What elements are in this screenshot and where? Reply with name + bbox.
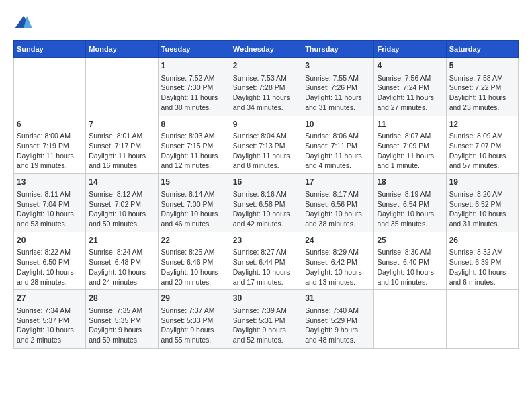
day-number: 15	[161, 177, 227, 188]
cell-info: Sunset: 7:00 PM	[161, 199, 227, 210]
calendar-cell: 11Sunrise: 8:07 AMSunset: 7:09 PMDayligh…	[374, 116, 446, 174]
day-number: 22	[161, 235, 227, 246]
cell-info: Sunset: 6:58 PM	[233, 199, 299, 210]
cell-info: Sunrise: 7:39 AM	[233, 306, 299, 316]
day-header-tuesday: Tuesday	[158, 41, 230, 58]
cell-info: Daylight: 11 hours and 19 minutes.	[17, 151, 83, 171]
cell-info: Daylight: 11 hours and 34 minutes.	[233, 93, 299, 112]
cell-info: Sunset: 5:31 PM	[233, 316, 299, 326]
cell-info: Daylight: 10 hours and 46 minutes.	[161, 209, 227, 228]
cell-info: Sunrise: 8:16 AM	[233, 189, 299, 199]
cell-info: Sunrise: 8:04 AM	[233, 131, 299, 141]
cell-info: Sunset: 7:07 PM	[449, 141, 515, 151]
cell-info: Daylight: 10 hours and 10 minutes.	[377, 267, 443, 287]
cell-info: Daylight: 10 hours and 57 minutes.	[449, 151, 515, 171]
cell-info: Daylight: 11 hours and 16 minutes.	[89, 151, 154, 171]
cell-info: Sunrise: 8:12 AM	[89, 189, 154, 199]
cell-info: Daylight: 10 hours and 31 minutes.	[449, 209, 515, 228]
day-number: 3	[305, 60, 371, 72]
cell-info: Sunrise: 7:40 AM	[305, 306, 371, 316]
cell-info: Sunset: 7:11 PM	[305, 141, 371, 151]
week-row-5: 27Sunrise: 7:34 AMSunset: 5:37 PMDayligh…	[14, 290, 519, 349]
cell-info: Daylight: 11 hours and 8 minutes.	[233, 151, 299, 171]
calendar-cell: 30Sunrise: 7:39 AMSunset: 5:31 PMDayligh…	[230, 290, 302, 349]
day-number: 21	[89, 235, 154, 246]
page-header	[13, 13, 519, 34]
day-number: 8	[161, 119, 227, 130]
cell-info: Sunrise: 7:35 AM	[89, 306, 154, 316]
cell-info: Daylight: 11 hours and 27 minutes.	[377, 93, 443, 112]
cell-info: Sunset: 7:17 PM	[89, 141, 154, 151]
calendar-cell: 15Sunrise: 8:14 AMSunset: 7:00 PMDayligh…	[158, 174, 230, 232]
day-number: 13	[17, 177, 83, 188]
cell-info: Sunrise: 8:17 AM	[305, 189, 371, 199]
cell-info: Sunset: 6:42 PM	[305, 257, 371, 267]
cell-info: Daylight: 10 hours and 2 minutes.	[17, 325, 83, 345]
day-header-monday: Monday	[86, 41, 158, 58]
cell-info: Sunrise: 8:19 AM	[377, 189, 443, 199]
calendar-cell: 18Sunrise: 8:19 AMSunset: 6:54 PMDayligh…	[374, 174, 446, 232]
calendar-cell: 26Sunrise: 8:32 AMSunset: 6:39 PMDayligh…	[446, 232, 518, 290]
week-row-1: 1Sunrise: 7:52 AMSunset: 7:30 PMDaylight…	[14, 58, 519, 116]
calendar-cell: 29Sunrise: 7:37 AMSunset: 5:33 PMDayligh…	[158, 290, 230, 349]
calendar-cell: 5Sunrise: 7:58 AMSunset: 7:22 PMDaylight…	[446, 58, 518, 116]
day-number: 28	[89, 293, 154, 304]
cell-info: Daylight: 10 hours and 53 minutes.	[17, 209, 83, 228]
calendar-cell: 22Sunrise: 8:25 AMSunset: 6:46 PMDayligh…	[158, 232, 230, 290]
day-number: 12	[449, 119, 515, 130]
cell-info: Sunrise: 8:14 AM	[161, 189, 227, 199]
calendar-cell: 27Sunrise: 7:34 AMSunset: 5:37 PMDayligh…	[14, 290, 86, 349]
cell-info: Sunrise: 7:34 AM	[17, 306, 83, 316]
cell-info: Daylight: 11 hours and 31 minutes.	[305, 93, 371, 112]
cell-info: Daylight: 9 hours and 55 minutes.	[161, 325, 227, 345]
cell-info: Daylight: 10 hours and 28 minutes.	[17, 267, 83, 287]
calendar-cell: 3Sunrise: 7:55 AMSunset: 7:26 PMDaylight…	[302, 58, 374, 116]
cell-info: Sunrise: 8:25 AM	[161, 247, 227, 257]
day-number: 6	[17, 119, 83, 130]
day-number: 10	[305, 119, 371, 130]
calendar-cell: 10Sunrise: 8:06 AMSunset: 7:11 PMDayligh…	[302, 116, 374, 174]
cell-info: Sunset: 7:13 PM	[233, 141, 299, 151]
calendar-cell: 13Sunrise: 8:11 AMSunset: 7:04 PMDayligh…	[14, 174, 86, 232]
calendar-cell: 17Sunrise: 8:17 AMSunset: 6:56 PMDayligh…	[302, 174, 374, 232]
day-header-wednesday: Wednesday	[230, 41, 302, 58]
cell-info: Sunset: 6:50 PM	[17, 257, 83, 267]
day-number: 23	[233, 235, 299, 246]
day-number: 9	[233, 119, 299, 130]
cell-info: Sunrise: 8:22 AM	[17, 247, 83, 257]
cell-info: Daylight: 11 hours and 1 minute.	[377, 151, 443, 171]
day-number: 29	[161, 293, 227, 304]
cell-info: Sunset: 6:46 PM	[161, 257, 227, 267]
day-number: 2	[233, 60, 299, 72]
cell-info: Sunrise: 8:29 AM	[305, 247, 371, 257]
cell-info: Daylight: 11 hours and 12 minutes.	[161, 151, 227, 171]
day-number: 26	[449, 235, 515, 246]
header-row: SundayMondayTuesdayWednesdayThursdayFrid…	[14, 41, 519, 58]
cell-info: Sunrise: 8:30 AM	[377, 247, 443, 257]
calendar-cell: 19Sunrise: 8:20 AMSunset: 6:52 PMDayligh…	[446, 174, 518, 232]
day-number: 5	[449, 60, 515, 72]
cell-info: Daylight: 9 hours and 48 minutes.	[305, 325, 371, 345]
cell-info: Daylight: 10 hours and 17 minutes.	[233, 267, 299, 287]
cell-info: Sunrise: 8:27 AM	[233, 247, 299, 257]
day-number: 16	[233, 177, 299, 188]
cell-info: Sunset: 6:48 PM	[89, 257, 154, 267]
cell-info: Sunset: 5:33 PM	[161, 316, 227, 326]
cell-info: Sunset: 7:19 PM	[17, 141, 83, 151]
cell-info: Daylight: 10 hours and 35 minutes.	[377, 209, 443, 228]
calendar-cell: 4Sunrise: 7:56 AMSunset: 7:24 PMDaylight…	[374, 58, 446, 116]
cell-info: Daylight: 9 hours and 52 minutes.	[233, 325, 299, 345]
day-number: 18	[377, 177, 443, 188]
cell-info: Sunrise: 8:32 AM	[449, 247, 515, 257]
cell-info: Sunset: 7:28 PM	[233, 83, 299, 93]
cell-info: Sunrise: 7:58 AM	[449, 73, 515, 83]
calendar-cell: 25Sunrise: 8:30 AMSunset: 6:40 PMDayligh…	[374, 232, 446, 290]
cell-info: Daylight: 11 hours and 23 minutes.	[449, 93, 515, 112]
day-number: 4	[377, 60, 443, 72]
cell-info: Sunset: 5:35 PM	[89, 316, 154, 326]
cell-info: Daylight: 11 hours and 38 minutes.	[161, 93, 227, 112]
cell-info: Sunset: 7:22 PM	[449, 83, 515, 93]
calendar-cell	[86, 58, 158, 116]
calendar-table: SundayMondayTuesdayWednesdayThursdayFrid…	[13, 40, 519, 349]
cell-info: Sunrise: 7:56 AM	[377, 73, 443, 83]
